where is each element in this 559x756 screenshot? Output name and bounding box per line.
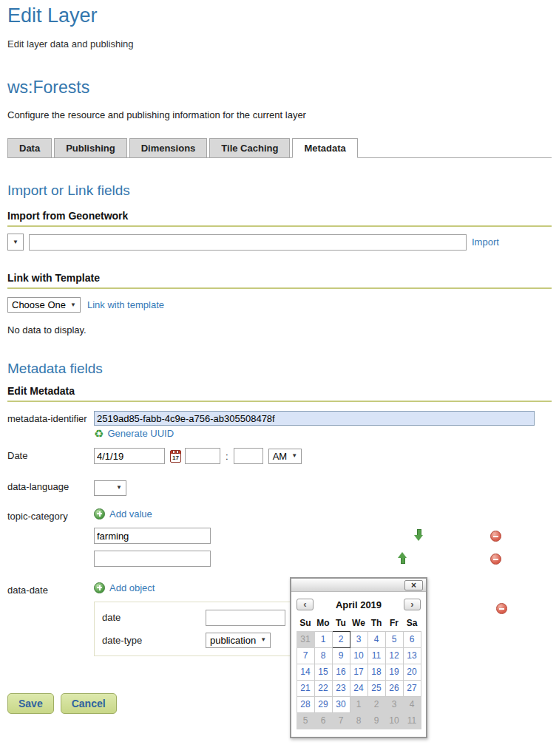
calendar-day-cell[interactable]: 18: [367, 664, 385, 680]
metadata-form: metadata-identifier ♻ Generate UUID Date…: [7, 411, 552, 656]
tab-tile-caching[interactable]: Tile Caching: [209, 138, 290, 157]
geonetwork-source-select[interactable]: ▼: [7, 234, 24, 251]
calendar-icon[interactable]: 17: [170, 450, 181, 463]
add-object-link[interactable]: Add object: [109, 582, 155, 593]
calendar-day-cell[interactable]: 8: [314, 647, 332, 664]
geonetwork-uuid-input[interactable]: [29, 234, 467, 251]
date-hours-input[interactable]: [185, 448, 220, 464]
link-with-template-heading: Link with Template: [7, 272, 552, 289]
template-select[interactable]: Choose One ▼: [7, 297, 81, 313]
calendar-day-cell[interactable]: 10: [350, 647, 367, 664]
calendar-day-cell[interactable]: 28: [297, 696, 314, 712]
topic-category-value-input[interactable]: [94, 551, 211, 567]
calendar-day-cell: 4: [403, 696, 421, 712]
tab-publishing[interactable]: Publishing: [54, 138, 126, 157]
tab-dimensions[interactable]: Dimensions: [129, 138, 208, 157]
add-object-button[interactable]: Add object: [94, 582, 155, 593]
tab-bar: DataPublishingDimensionsTile CachingMeta…: [7, 138, 552, 158]
calendar-day-cell[interactable]: 13: [403, 647, 421, 664]
calendar-day-cell[interactable]: 5: [385, 631, 403, 647]
template-select-value: Choose One: [12, 299, 66, 310]
add-value-link[interactable]: Add value: [109, 508, 152, 520]
ampm-select-value: AM: [273, 451, 288, 462]
calendar-day-cell[interactable]: 12: [385, 647, 403, 664]
topic-category-value-input[interactable]: [94, 528, 211, 544]
calendar-day-cell[interactable]: 3: [350, 631, 367, 647]
calendar-day-cell[interactable]: 7: [297, 647, 314, 664]
add-value-button[interactable]: Add value: [94, 508, 152, 520]
calendar-next-month-button[interactable]: ›: [404, 599, 421, 610]
remove-value-icon[interactable]: [490, 531, 501, 542]
data-date-date-input[interactable]: [206, 610, 285, 626]
time-separator: :: [226, 451, 228, 462]
calendar-day-cell[interactable]: 29: [314, 696, 332, 712]
link-with-template-link[interactable]: Link with template: [87, 299, 164, 310]
dropdown-arrow-icon: ▼: [291, 453, 297, 459]
field-label-data-date: data-date: [7, 582, 94, 656]
save-button[interactable]: Save: [7, 693, 54, 714]
data-language-row: data-language ▼: [7, 479, 552, 496]
calendar-week-row: 2829301234: [297, 696, 421, 712]
move-up-icon[interactable]: [398, 552, 407, 564]
calendar-popup: × ‹ April 2019 › SuMoTuWeThFrSa 31123456…: [290, 577, 427, 738]
generate-uuid-button[interactable]: ♻ Generate UUID: [94, 428, 552, 439]
calendar-day-header: Mo: [314, 615, 332, 631]
calendar-prev-month-button[interactable]: ‹: [297, 599, 314, 610]
tab-metadata[interactable]: Metadata: [292, 138, 357, 158]
date-row: Date 17 : AM ▼: [7, 448, 552, 464]
calendar-day-cell[interactable]: 26: [385, 680, 403, 696]
date-input[interactable]: [94, 448, 165, 464]
calendar-day-cell: 5: [297, 712, 314, 729]
calendar-day-cell[interactable]: 16: [332, 664, 350, 680]
data-date-date-label: date: [102, 612, 206, 623]
import-link[interactable]: Import: [472, 236, 499, 248]
no-data-text: No data to display.: [7, 324, 552, 336]
topic-category-value-row: [94, 528, 552, 545]
calendar-day-cell[interactable]: 17: [350, 664, 367, 680]
calendar-day-cell[interactable]: 6: [403, 631, 421, 647]
calendar-day-cell[interactable]: 15: [314, 664, 332, 680]
remove-object-icon[interactable]: [496, 603, 507, 614]
calendar-day-cell[interactable]: 21: [297, 680, 314, 696]
date-minutes-input[interactable]: [234, 448, 263, 464]
dropdown-arrow-icon: ▼: [13, 239, 18, 245]
calendar-day-cell[interactable]: 19: [385, 664, 403, 680]
calendar-day-cell[interactable]: 9: [332, 647, 350, 664]
tab-data[interactable]: Data: [7, 138, 52, 157]
calendar-day-header: We: [350, 615, 367, 631]
page-title: Edit Layer: [7, 4, 552, 27]
calendar-grid: 3112345678910111213141516171819202122232…: [297, 631, 421, 729]
calendar-table: SuMoTuWeThFrSa 3112345678910111213141516…: [297, 615, 421, 729]
calendar-day-cell[interactable]: 22: [314, 680, 332, 696]
calendar-day-cell[interactable]: 30: [332, 696, 350, 712]
dropdown-arrow-icon: ▼: [260, 637, 266, 643]
calendar-day-cell[interactable]: 27: [403, 680, 421, 696]
calendar-day-cell: 11: [403, 712, 421, 729]
calendar-day-cell[interactable]: 11: [367, 647, 385, 664]
field-label-data-language: data-language: [7, 479, 94, 496]
move-down-icon[interactable]: [414, 529, 424, 541]
calendar-day-headers: SuMoTuWeThFrSa: [297, 615, 421, 631]
data-date-type-label: date-type: [102, 635, 206, 646]
calendar-day-cell[interactable]: 4: [367, 631, 385, 647]
calendar-day-header: Fr: [385, 615, 403, 631]
cancel-button[interactable]: Cancel: [61, 693, 117, 714]
calendar-day-cell: 31: [297, 631, 314, 647]
metadata-identifier-input[interactable]: [94, 411, 535, 426]
generate-uuid-link[interactable]: Generate UUID: [107, 428, 174, 439]
calendar-day-cell[interactable]: 2: [332, 631, 350, 647]
calendar-day-cell[interactable]: 25: [367, 680, 385, 696]
data-language-select[interactable]: ▼: [94, 480, 126, 496]
remove-value-icon[interactable]: [490, 554, 501, 565]
calendar-close-button[interactable]: ×: [404, 580, 423, 590]
calendar-day-cell[interactable]: 23: [332, 680, 350, 696]
ampm-select[interactable]: AM ▼: [268, 449, 302, 464]
data-date-row: data-date Add object date 17: [7, 582, 552, 656]
calendar-titlebar: ×: [291, 579, 426, 592]
calendar-day-cell[interactable]: 1: [314, 631, 332, 647]
calendar-day-cell[interactable]: 24: [350, 680, 367, 696]
date-type-select[interactable]: publication ▼: [206, 633, 271, 648]
calendar-day-cell[interactable]: 20: [403, 664, 421, 680]
calendar-day-cell[interactable]: 14: [297, 664, 314, 680]
move-up-slot: [394, 552, 410, 566]
